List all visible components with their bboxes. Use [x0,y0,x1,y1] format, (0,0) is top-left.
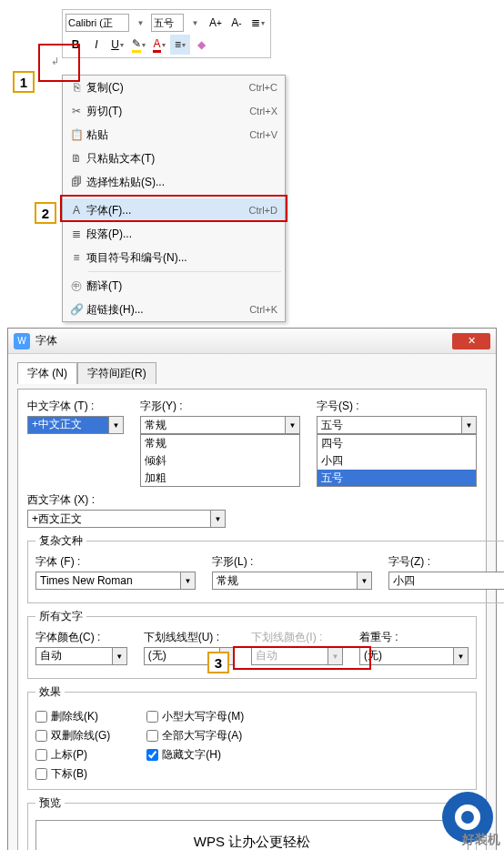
grow-font-icon[interactable]: A+ [206,13,226,33]
shrink-font-icon[interactable]: A- [227,13,247,33]
formatting-toolbar: ▼ ▼ A+ A- ≣▾ B I U▾ ✎▾ A▾ ≡▾ ◆ [62,9,271,58]
highlight-button[interactable]: ✎▾ [128,35,148,55]
italic-button[interactable]: I [86,35,106,55]
font-size-select[interactable] [151,14,184,32]
font-name-dd[interactable]: ▼ [130,13,150,33]
underline-button[interactable]: U▾ [107,35,127,55]
highlight-box-1 [38,44,80,58]
eraser-icon[interactable]: ◆ [191,35,211,55]
font-size-dd[interactable]: ▼ [185,13,205,33]
align-button[interactable]: ≡▾ [170,35,190,55]
line-spacing-icon[interactable]: ≣▾ [247,13,267,33]
font-name-select[interactable] [66,14,129,32]
font-color-button[interactable]: A▾ [149,35,169,55]
